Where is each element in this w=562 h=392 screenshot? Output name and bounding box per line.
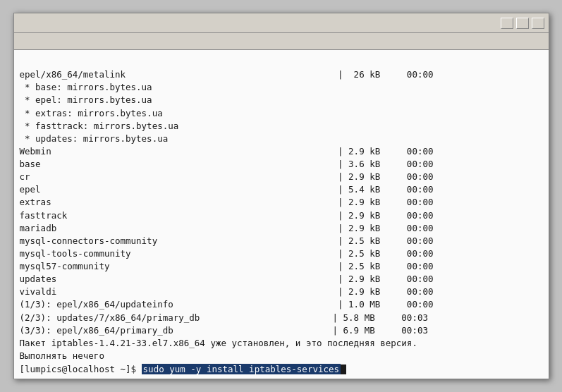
menubar: [14, 33, 549, 50]
window-controls: [501, 18, 544, 29]
terminal-line: Webmin | 2.9 kB 00:00: [20, 145, 543, 158]
terminal-line: mysql-connectors-community | 2.5 kB 00:0…: [20, 235, 543, 247]
prompt-text: [lumpics@localhost ~]$: [20, 364, 142, 374]
cursor: [341, 365, 346, 374]
terminal-line: epel | 5.4 kB 00:00: [20, 183, 543, 196]
terminal-line: updates | 2.9 kB 00:00: [20, 273, 543, 286]
terminal-line: * base: mirrors.bytes.ua: [20, 81, 543, 94]
menu-file[interactable]: [17, 40, 28, 43]
terminal-line: * epel: mirrors.bytes.ua: [20, 94, 543, 106]
menu-help[interactable]: [80, 40, 92, 43]
menu-search[interactable]: [55, 40, 66, 43]
menu-terminal[interactable]: [68, 40, 79, 43]
menu-edit[interactable]: [30, 40, 41, 43]
minimize-button[interactable]: [501, 18, 513, 29]
menu-view[interactable]: [42, 40, 54, 43]
terminal-line: mysql-tools-community | 2.5 kB 00:00: [20, 247, 543, 260]
terminal-line: (1/3): epel/x86_64/updateinfo | 1.0 MB 0…: [20, 298, 543, 311]
terminal-line: mysql57-community | 2.5 kB 00:00: [20, 260, 543, 273]
terminal-line: extras | 2.9 kB 00:00: [20, 196, 543, 209]
maximize-button[interactable]: [516, 18, 529, 29]
close-button[interactable]: [532, 18, 544, 29]
terminal-line: * fasttrack: mirrors.bytes.ua: [20, 120, 543, 133]
terminal-output[interactable]: epel/x86_64/metalink | 26 kB 00:00 * bas…: [14, 50, 549, 379]
terminal-line: Выполнять нечего: [20, 350, 543, 362]
terminal-line: Пакет iptables-1.4.21-33.el7.x86_64 уже …: [20, 337, 543, 350]
terminal-lines: epel/x86_64/metalink | 26 kB 00:00 * bas…: [20, 68, 543, 362]
terminal-line: (3/3): epel/x86_64/primary_db | 6.9 MB 0…: [20, 324, 543, 337]
terminal-line: mariadb | 2.9 kB 00:00: [20, 222, 543, 235]
terminal-line: vivaldi | 2.9 kB 00:00: [20, 286, 543, 298]
terminal-line: * extras: mirrors.bytes.ua: [20, 107, 543, 120]
titlebar: [14, 13, 549, 33]
terminal-window: epel/x86_64/metalink | 26 kB 00:00 * bas…: [13, 13, 549, 379]
terminal-line: epel/x86_64/metalink | 26 kB 00:00: [20, 68, 543, 81]
terminal-line: (2/3): updates/7/x86_64/primary_db | 5.8…: [20, 312, 543, 324]
terminal-line: cr | 2.9 kB 00:00: [20, 171, 543, 183]
terminal-line: fasttrack | 2.9 kB 00:00: [20, 209, 543, 222]
terminal-line: base | 3.6 kB 00:00: [20, 158, 543, 171]
prompt-line: [lumpics@localhost ~]$ sudo yum -y insta…: [20, 364, 543, 374]
command-input[interactable]: sudo yum -y install iptables-services: [142, 364, 341, 374]
terminal-line: * updates: mirrors.bytes.ua: [20, 133, 543, 145]
